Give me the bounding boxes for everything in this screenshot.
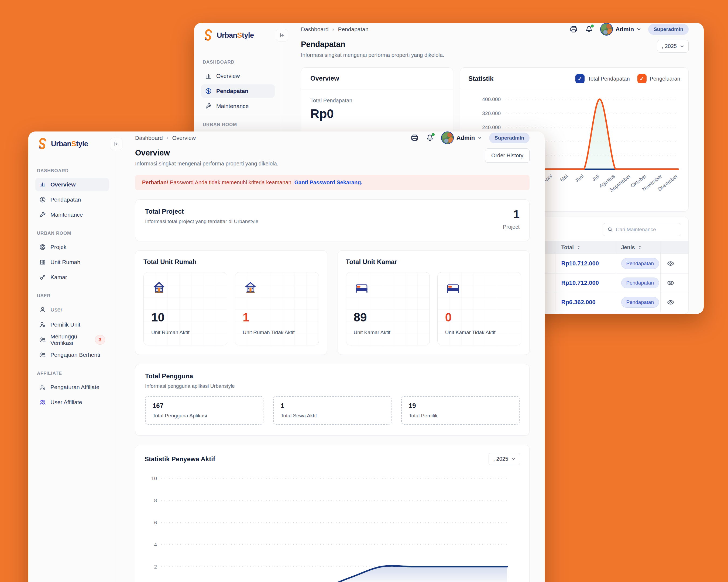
dollar-circle-icon bbox=[205, 88, 212, 94]
verification-count-badge: 3 bbox=[95, 335, 105, 344]
nav-section-dashboard: DASHBOARD bbox=[203, 59, 273, 65]
printer-icon bbox=[410, 134, 419, 142]
urbanstyle-swirl-icon bbox=[202, 29, 214, 41]
checkbox-checked-icon[interactable]: ✓ bbox=[575, 74, 584, 83]
jenis-badge: Pendapatan bbox=[621, 297, 659, 308]
role-badge: Superadmin bbox=[489, 133, 529, 143]
chart-legend: ✓ Total Pendapatan ✓ Pengeluaran bbox=[575, 74, 680, 83]
unit-rumah-aktif-stat: 10 Unit Rumah Aktif bbox=[144, 272, 227, 345]
col-total: Total bbox=[555, 241, 615, 254]
col-actions bbox=[660, 241, 688, 254]
sidebar-item-user[interactable]: User bbox=[35, 303, 109, 316]
svg-text:8: 8 bbox=[154, 498, 157, 503]
main-panel: Dashboard › Overview Admin Superadmin bbox=[116, 132, 545, 582]
chevron-down-icon bbox=[477, 136, 482, 140]
bar-chart-icon bbox=[39, 181, 46, 188]
sort-icon bbox=[576, 245, 581, 250]
house-icon bbox=[151, 279, 167, 295]
unit-rumah-tidak-aktif-stat: 1 Unit Rumah Tidak Aktif bbox=[235, 272, 319, 345]
sort-total[interactable]: Total bbox=[562, 244, 609, 251]
sidebar-collapse-button[interactable] bbox=[110, 138, 123, 150]
bar-chart-icon bbox=[205, 73, 212, 80]
nav-section-dashboard: DASHBOARD bbox=[37, 168, 107, 173]
breadcrumb-separator: › bbox=[333, 26, 334, 32]
sidebar-item-overview[interactable]: Overview bbox=[201, 69, 275, 83]
sidebar-item-pendapatan[interactable]: Pendapatan bbox=[201, 84, 275, 98]
eye-icon bbox=[667, 279, 675, 287]
sidebar-item-unit-rumah[interactable]: Unit Rumah bbox=[35, 255, 109, 269]
users-duo-icon bbox=[39, 399, 46, 406]
print-button[interactable] bbox=[410, 134, 419, 142]
total-pemilik-stat: 19 Total Pemilik bbox=[401, 396, 520, 425]
year-select[interactable]: , 2025 bbox=[657, 40, 688, 53]
legend-pengeluaran[interactable]: ✓ Pengeluaran bbox=[638, 74, 680, 83]
order-history-button[interactable]: Order History bbox=[485, 148, 529, 163]
total-cell: Rp6.362.000 bbox=[555, 293, 615, 312]
sidebar-item-overview[interactable]: Overview bbox=[35, 178, 109, 191]
search-field bbox=[603, 223, 681, 236]
total-project-unit: Project bbox=[503, 224, 520, 230]
avatar[interactable] bbox=[600, 23, 613, 35]
sidebar-item-kamar[interactable]: Kamar bbox=[35, 271, 109, 284]
svg-text:320.000: 320.000 bbox=[482, 110, 501, 116]
jenis-badge: Pendapatan bbox=[621, 258, 659, 269]
sidebar-item-user-affiliate[interactable]: User Affiliate bbox=[35, 395, 109, 409]
legend-total-pendapatan[interactable]: ✓ Total Pendapatan bbox=[575, 74, 630, 83]
year-select[interactable]: , 2025 bbox=[489, 453, 520, 465]
avatar[interactable] bbox=[441, 132, 454, 144]
sidebar-item-pengajuan-berhenti[interactable]: Pengajuan Berhenti bbox=[35, 348, 109, 362]
wrench-icon bbox=[39, 211, 46, 218]
svg-text:2: 2 bbox=[154, 564, 157, 570]
overview-content: Overview Informasi singkat mengenai perf… bbox=[116, 144, 545, 582]
topbar-actions: Admin Superadmin bbox=[569, 23, 688, 35]
user-gear-icon bbox=[39, 384, 46, 391]
nav-section-urban-room: URBAN ROOM bbox=[37, 231, 107, 236]
sidebar-item-maintenance[interactable]: Maintenance bbox=[35, 208, 109, 221]
statistik-penyewa-card: Statistik Penyewa Aktif , 2025 1086420Ja… bbox=[135, 445, 529, 582]
sidebar-nav: DASHBOARD Overview Pendapatan Maintenanc… bbox=[35, 156, 109, 409]
view-row-button[interactable] bbox=[667, 259, 675, 268]
sort-jenis[interactable]: Jenis bbox=[621, 244, 654, 251]
checkbox-checked-icon[interactable]: ✓ bbox=[638, 74, 647, 83]
jenis-badge: Pendapatan bbox=[621, 278, 659, 288]
notifications-button[interactable] bbox=[426, 134, 434, 142]
breadcrumb-dashboard[interactable]: Dashboard bbox=[135, 135, 163, 141]
total-project-title: Total Project bbox=[145, 208, 258, 215]
target-icon bbox=[39, 244, 46, 251]
sidebar-item-pendapatan[interactable]: Pendapatan bbox=[35, 193, 109, 206]
account-menu[interactable]: Admin bbox=[441, 132, 482, 144]
search-input[interactable] bbox=[616, 227, 677, 232]
sidebar-item-maintenance[interactable]: Maintenance bbox=[201, 100, 275, 113]
svg-text:Juli: Juli bbox=[591, 173, 600, 183]
sidebar-collapse-button[interactable] bbox=[276, 29, 288, 41]
account-menu[interactable]: Admin bbox=[600, 23, 641, 35]
sidebar-item-projek[interactable]: Projek bbox=[35, 240, 109, 254]
total-pengguna-card: Total Pengguna Informasi pengguna aplika… bbox=[135, 364, 529, 436]
breadcrumb-pendapatan[interactable]: Pendapatan bbox=[338, 26, 368, 33]
overview-card-title: Overview bbox=[301, 67, 453, 89]
total-project-value: 1 bbox=[503, 208, 520, 221]
brand-name: UrbanStyle bbox=[217, 31, 254, 39]
bed-icon bbox=[354, 279, 369, 295]
urbanstyle-swirl-icon bbox=[36, 138, 48, 150]
sidebar-item-menunggu-verifikasi[interactable]: Menunggu Verifikasi3 bbox=[35, 333, 109, 347]
sidebar-item-pengaturan-affiliate[interactable]: Pengaturan Affiliate bbox=[35, 381, 109, 394]
view-row-button[interactable] bbox=[667, 279, 675, 287]
breadcrumb-dashboard[interactable]: Dashboard bbox=[301, 26, 329, 33]
print-button[interactable] bbox=[569, 25, 578, 33]
sort-icon bbox=[638, 245, 642, 250]
notifications-button[interactable] bbox=[585, 25, 593, 33]
brand-logo: UrbanStyle bbox=[201, 23, 275, 48]
svg-text:Juni: Juni bbox=[574, 173, 584, 184]
change-password-link[interactable]: Ganti Password Sekarang. bbox=[294, 179, 362, 185]
house-icon bbox=[243, 279, 258, 295]
breadcrumb-overview[interactable]: Overview bbox=[172, 135, 196, 141]
view-row-button[interactable] bbox=[667, 298, 675, 306]
chevron-down-icon bbox=[680, 44, 684, 48]
total-unit-rumah-card: Total Unit Rumah 10 Unit Rumah Aktif 1 U… bbox=[135, 250, 327, 355]
eye-icon bbox=[667, 259, 675, 268]
sewa-aktif-stat: 1 Total Sewa Aktif bbox=[273, 396, 391, 425]
unit-kamar-aktif-stat: 89 Unit Kamar Aktif bbox=[346, 272, 430, 345]
page-title: Pendapatan bbox=[301, 40, 444, 49]
sidebar-item-pemilik-unit[interactable]: Pemilik Unit bbox=[35, 318, 109, 331]
